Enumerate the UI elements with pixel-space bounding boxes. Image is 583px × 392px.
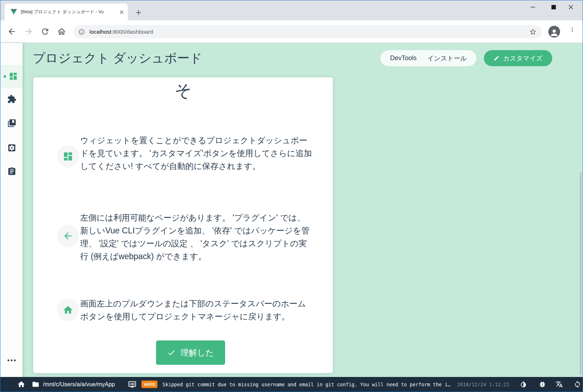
active-indicator-dot [4,75,6,78]
browser-menu-icon[interactable] [569,27,575,37]
log-message[interactable]: Skipped git commit due to missing userna… [162,377,451,392]
back-icon[interactable] [7,27,16,36]
sidebar-item-dashboard[interactable] [9,72,18,81]
browser-home-icon[interactable] [57,27,66,36]
browser-window: [Beta] プロジェクト ダッシュボード - Vu [0,0,583,392]
window-close-button[interactable] [563,0,579,14]
forward-icon[interactable] [24,27,33,36]
customize-button-label: カスタマイズ [503,54,543,63]
tab-close-icon[interactable] [118,9,125,15]
tab-title: [Beta] プロジェクト ダッシュボード - Vu [21,9,115,15]
browser-toolbar: localhost:8000/dashboard [0,20,583,43]
sidebar-item-plugins[interactable] [7,95,16,104]
reload-icon[interactable] [40,27,50,36]
url-text: localhost:8000/dashboard [89,29,153,35]
translate-icon[interactable] [555,381,563,388]
arrow-left-icon [57,225,79,247]
customize-button[interactable]: カスタマイズ [484,50,552,66]
new-tab-button[interactable] [134,8,143,17]
check-icon [167,348,176,357]
vue-logo-favicon [10,9,17,15]
bug-report-icon[interactable] [539,381,546,388]
refresh-sync-icon[interactable] [574,381,581,388]
folder-icon[interactable] [32,381,39,388]
sidebar-nav [0,43,23,377]
welcome-heading: そ [33,79,333,102]
page-info-icon[interactable] [78,29,85,35]
window-maximize-button[interactable] [545,0,562,14]
page-title: プロジェクト ダッシュボード [33,50,203,67]
project-manager-home-icon[interactable] [17,380,25,388]
status-bar: /mnt/c/Users/a/a/vue/myApp WARN Skipped … [0,377,583,392]
dashboard-widgets-icon [57,145,79,168]
console-log-icon[interactable] [128,380,136,388]
sidebar-item-configuration[interactable] [7,143,16,153]
tip-widgets-text: ウィジェットを置くことができるプロジェクトダッシュボードを見ています。 'カスタ… [80,134,312,173]
url-host: localhost [89,29,111,35]
project-path[interactable]: /mnt/c/Users/a/a/vue/myApp [43,377,115,392]
suggestion-bar: DevTools インストール [380,50,476,66]
sidebar-more-icon[interactable] [8,359,16,361]
bookmark-star-icon[interactable] [529,28,537,36]
url-path: :8000/dashboard [111,29,153,35]
understood-button-label: 理解した [180,347,214,358]
home-icon [57,299,79,321]
install-button[interactable]: インストール [427,54,467,63]
url-bar[interactable]: localhost:8000/dashboard [73,25,542,38]
pencil-icon [494,55,500,61]
welcome-card: そ ウィジェットを置くことができるプロジェクトダッシュボードを見ています。 'カ… [33,77,333,373]
window-minimize-button[interactable] [525,0,541,14]
browser-tab[interactable]: [Beta] プロジェクト ダッシュボード - Vu [5,4,128,20]
page-scrollbar-thumb[interactable] [580,172,582,375]
dashboard-content: プロジェクト ダッシュボード DevTools インストール カスタマイズ そ … [23,43,583,377]
devtools-button[interactable]: DevTools [390,54,417,62]
understood-button[interactable]: 理解した [156,340,225,365]
sidebar-item-dependencies[interactable] [7,118,16,128]
tip-home-text: 画面左上のプルダウンまたは下部のステータスバーのホームボタンを使用してプロジェク… [80,297,312,323]
log-level-badge: WARN [141,381,157,388]
log-timestamp: 2018/12/24 1:12:21 [457,377,509,392]
dark-mode-toggle-icon[interactable] [520,381,527,388]
profile-avatar[interactable] [548,26,560,38]
vue-ui-page: プロジェクト ダッシュボード DevTools インストール カスタマイズ そ … [0,43,583,377]
tip-pages-text: 左側には利用可能なページがあります。 'プラグイン' では、新しいVue CLI… [80,211,312,263]
sidebar-item-tasks[interactable] [7,167,16,176]
tab-strip: [Beta] プロジェクト ダッシュボード - Vu [0,0,583,20]
